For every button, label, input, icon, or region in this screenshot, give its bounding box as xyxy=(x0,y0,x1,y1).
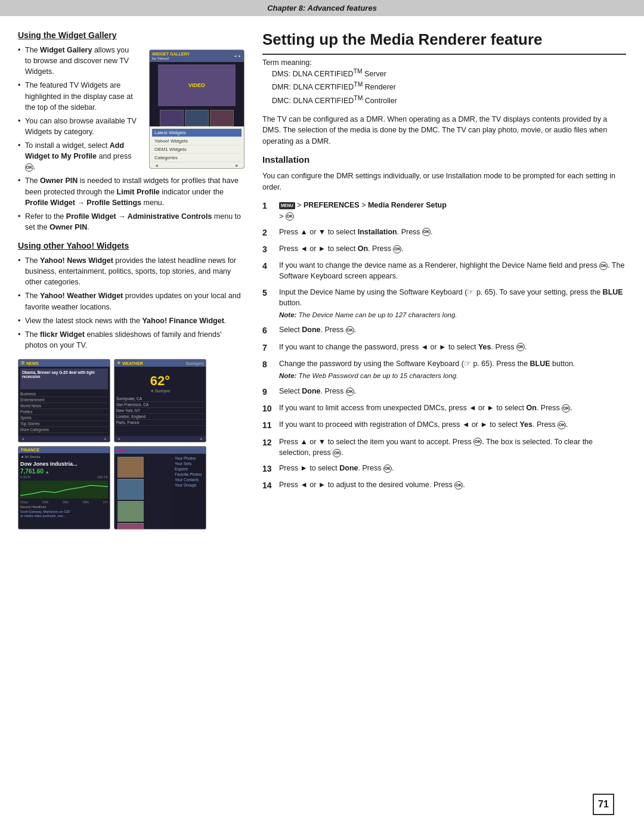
step-8: 8 Change the password by using the Softw… xyxy=(262,358,626,381)
term-label: Term meaning: xyxy=(262,58,626,67)
step-note: Note: The Web Password can be up to 15 c… xyxy=(279,371,626,381)
weather-loc: San Francisco, CA xyxy=(116,402,204,408)
ok-icon: OK xyxy=(346,388,354,396)
step-note: Note: The Device Name can be up to 127 c… xyxy=(279,310,626,320)
flickr-link: Explore xyxy=(175,466,204,472)
finance-chart xyxy=(20,481,108,498)
step-content: Select Done. Press OK. xyxy=(279,386,626,398)
step-content: If you want to change the password, pres… xyxy=(279,342,626,354)
bullet-item: To install a widget, select Add Widget t… xyxy=(18,140,244,172)
weather-locations: Sunnyvale, CA San Francisco, CA New York… xyxy=(116,396,204,426)
finance-widget-thumb: FINANCE ◄ All Stocks Dow Jones Industria… xyxy=(18,446,110,529)
chapter-header: Chapter 8: Advanced features xyxy=(0,0,644,16)
news-widget-header: ☰ NEWS xyxy=(18,360,110,367)
flickr-widget-header: flickr xyxy=(114,447,206,454)
ok-icon: OK xyxy=(383,465,392,473)
step-num: 1 xyxy=(262,200,274,221)
step-5: 5 Input the Device Name by using the Sof… xyxy=(262,287,626,320)
widget-screenshots: ☰ NEWS Obama, Brewer say G-20 deal with … xyxy=(18,359,244,529)
flickr-photo xyxy=(117,501,144,522)
bullet-item: The flickr Widget enables slideshows of … xyxy=(18,329,244,351)
installation-heading: Installation xyxy=(262,154,626,165)
finance-stock-name: Dow Jones Industria... xyxy=(20,460,108,468)
flickr-widget-thumb: flickr xyxy=(114,446,206,529)
bullet-item: The featured TV Widgets are highlighted … xyxy=(18,80,244,112)
ok-icon: OK xyxy=(454,481,463,490)
step-num: 2 xyxy=(262,227,274,239)
step-num: 5 xyxy=(262,287,274,320)
term-dmr: DMR: DLNA CERTIFIEDTM Renderer xyxy=(272,80,626,93)
left-column: Using the Widget Gallery WIDGET GALLERYb… xyxy=(18,30,244,535)
step-content: Press ▲ or ▼ to select Installation. Pre… xyxy=(279,227,626,239)
chapter-header-text: Chapter 8: Advanced features xyxy=(267,4,377,13)
bullet-item: The Widget Gallery allows you to browse … xyxy=(18,45,244,77)
section2-heading: Using other Yahoo! Widgets xyxy=(18,241,244,250)
step-11: 11 If you want to proceed with registrat… xyxy=(262,419,626,431)
section-yahoo-widgets: Using other Yahoo! Widgets The Yahoo! Ne… xyxy=(18,241,244,529)
flickr-photo xyxy=(117,457,144,478)
term-dms: DMS: DLNA CERTIFIEDTM Server xyxy=(272,67,626,80)
right-column: Setting up the Media Renderer feature Te… xyxy=(262,30,626,535)
section2-bullets: The Yahoo! News Widget provides the late… xyxy=(18,255,244,351)
news-item: Top Stories xyxy=(20,421,108,427)
step-num: 4 xyxy=(262,260,274,281)
step-num: 8 xyxy=(262,358,274,381)
menu-icon: MENU xyxy=(279,202,295,209)
bullet-item: View the latest stock news with the Yaho… xyxy=(18,315,244,326)
flickr-link: Your Sets xyxy=(175,461,204,466)
term-list: DMS: DLNA CERTIFIEDTM Server DMR: DLNA C… xyxy=(262,67,626,106)
step-content: If you want to proceed with registration… xyxy=(279,419,626,431)
intro-text: The TV can be configured as a DMR. When … xyxy=(262,114,626,147)
step-14: 14 Press ◄ or ► to adjust to the desired… xyxy=(262,479,626,491)
step-3: 3 Press ◄ or ► to select On. Press OK. xyxy=(262,243,626,255)
news-item: More Categories xyxy=(20,427,108,433)
step-4: 4 If you want to change the device name … xyxy=(262,260,626,281)
flickr-sidebar: Your Photos Your Sets Explore Favorite P… xyxy=(173,454,206,529)
step-content: Select Done. Press OK. xyxy=(279,324,626,336)
step-num: 14 xyxy=(262,479,274,491)
bullet-item: The Yahoo! News Widget provides the late… xyxy=(18,255,244,287)
step-content: MENU > PREFERENCES > Media Renderer Setu… xyxy=(279,200,626,221)
weather-widget-header: ☀ WEATHER Sunnyvo xyxy=(114,360,206,367)
step-content: Press ▲ or ▼ to select the item you want… xyxy=(279,436,626,458)
content-area: Using the Widget Gallery WIDGET GALLERYb… xyxy=(0,30,644,535)
section-widget-gallery: Using the Widget Gallery WIDGET GALLERYb… xyxy=(18,30,244,233)
step-12: 12 Press ▲ or ▼ to select the item you w… xyxy=(262,436,626,458)
step-num: 12 xyxy=(262,436,274,458)
step-7: 7 If you want to change the password, pr… xyxy=(262,342,626,354)
weather-loc: Paris, France xyxy=(116,420,204,426)
news-item: Sports xyxy=(20,415,108,421)
step-1: 1 MENU > PREFERENCES > Media Renderer Se… xyxy=(262,200,626,221)
step-num: 13 xyxy=(262,463,274,475)
step-num: 9 xyxy=(262,386,274,398)
step-num: 6 xyxy=(262,324,274,336)
flickr-photos xyxy=(116,455,172,529)
news-item: Politics xyxy=(20,409,108,415)
step-num: 3 xyxy=(262,243,274,255)
step-num: 11 xyxy=(262,419,274,431)
bullet-item: Refer to the Profile Widget → Administra… xyxy=(18,211,244,233)
ok-icon: OK xyxy=(516,343,525,351)
news-widget-content: Obama, Brewer say G-20 deal with light r… xyxy=(18,367,110,436)
main-title: Setting up the Media Renderer feature xyxy=(262,30,626,55)
ok-icon: OK xyxy=(25,163,33,172)
step-num: 7 xyxy=(262,342,274,354)
bullet-item: The Owner PIN is needed to install widge… xyxy=(18,175,244,208)
step-2: 2 Press ▲ or ▼ to select Installation. P… xyxy=(262,227,626,239)
step-6: 6 Select Done. Press OK. xyxy=(262,324,626,336)
flickr-link: Your Contacts xyxy=(175,477,204,482)
step-13: 13 Press ► to select Done. Press OK. xyxy=(262,463,626,475)
step-content: Press ◄ or ► to adjust to the desired vo… xyxy=(279,479,626,491)
news-item: Entertainment xyxy=(20,397,108,403)
ok-icon: OK xyxy=(562,404,570,413)
flickr-photo xyxy=(117,523,144,529)
term-section: Term meaning: DMS: DLNA CERTIFIEDTM Serv… xyxy=(262,58,626,106)
flickr-link: Your Photos xyxy=(175,456,204,461)
ok-icon: OK xyxy=(473,438,482,446)
step-content: Press ► to select Done. Press OK. xyxy=(279,463,626,475)
weather-loc: New York, NY xyxy=(116,408,204,414)
weather-widget-thumb: ☀ WEATHER Sunnyvo 62° ☀ Sunnyvo Sunnyval… xyxy=(114,359,206,442)
bullet-item: The Yahoo! Weather Widget provides updat… xyxy=(18,290,244,312)
weather-loc: Sunnyvale, CA xyxy=(116,396,204,402)
flickr-photo xyxy=(117,479,144,500)
